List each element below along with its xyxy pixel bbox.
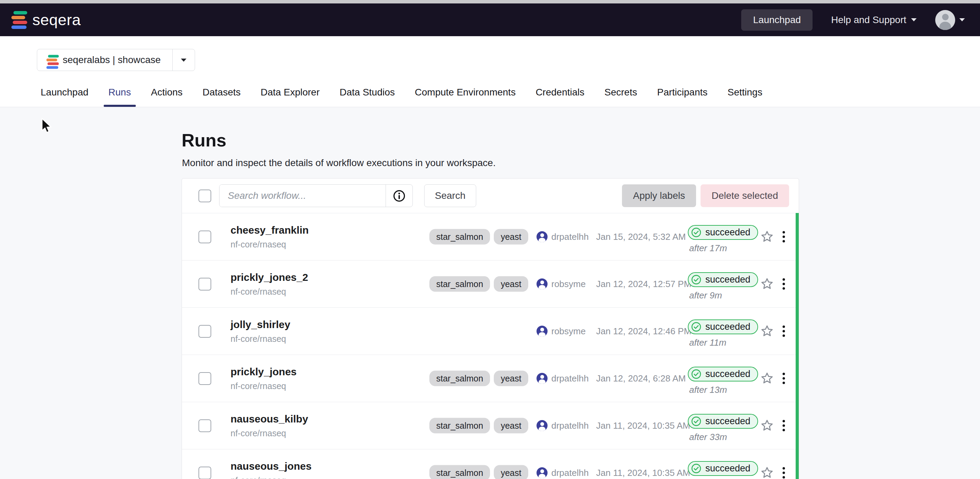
status-duration: after 17m (688, 243, 758, 254)
row-menu-button[interactable] (781, 418, 787, 433)
user-icon (536, 231, 547, 242)
row-menu-button[interactable] (781, 465, 787, 479)
main-content: Runs Monitor and inspect the details of … (0, 107, 980, 479)
delete-selected-button[interactable]: Delete selected (700, 185, 789, 207)
chevron-down-icon (959, 18, 965, 21)
user-icon (536, 420, 547, 431)
seqera-logo-icon (11, 10, 27, 30)
status-badge: succeeded (688, 225, 758, 240)
tab-datasets[interactable]: Datasets (203, 87, 241, 107)
run-date: Jan 11, 2024, 10:35 AM (596, 468, 690, 478)
status-duration: after 9m (688, 290, 758, 301)
page-subtitle: Monitor and inspect the details of workf… (182, 158, 495, 169)
check-circle-icon (691, 369, 702, 379)
tab-data-explorer[interactable]: Data Explorer (261, 87, 320, 107)
run-user: drpatelhh (536, 467, 589, 478)
row-checkbox[interactable] (199, 325, 211, 338)
tab-participants[interactable]: Participants (657, 87, 708, 107)
star-button[interactable] (760, 277, 774, 291)
label-pill: yeast (494, 465, 528, 479)
status-badge: succeeded (688, 272, 758, 287)
row-checkbox[interactable] (199, 278, 211, 291)
run-row[interactable]: cheesy_franklin nf-core/rnaseq star_salm… (182, 213, 799, 260)
run-labels: star_salmonyeast (430, 418, 528, 433)
run-name[interactable]: nauseous_jones (231, 460, 312, 472)
status-duration: after 11m (688, 337, 758, 348)
run-date: Jan 12, 2024, 12:57 PM (596, 279, 691, 290)
star-button[interactable] (760, 466, 774, 479)
run-name-block: cheesy_franklin nf-core/rnaseq (231, 224, 309, 250)
workspace-dropdown-toggle[interactable] (173, 49, 195, 71)
brand-text: seqera (32, 11, 81, 29)
select-all-checkbox[interactable] (199, 189, 211, 202)
star-button[interactable] (760, 371, 774, 385)
status-label: succeeded (705, 227, 751, 238)
search-button[interactable]: Search (424, 185, 476, 207)
row-menu-button[interactable] (781, 276, 787, 292)
run-name[interactable]: prickly_jones_2 (231, 272, 308, 283)
star-icon (760, 230, 774, 243)
run-name-block: prickly_jones_2 nf-core/rnaseq (231, 272, 308, 297)
tab-compute-environments[interactable]: Compute Environments (415, 87, 516, 107)
run-name[interactable]: jolly_shirley (231, 319, 290, 331)
row-menu-button[interactable] (781, 324, 787, 339)
apply-labels-button[interactable]: Apply labels (622, 185, 696, 207)
label-pill: yeast (494, 229, 528, 245)
tab-secrets[interactable]: Secrets (605, 87, 637, 107)
status-label: succeeded (705, 274, 751, 285)
run-user: robsyme (536, 326, 586, 337)
label-pill: star_salmon (430, 276, 490, 292)
run-user: robsyme (536, 278, 586, 290)
search-input[interactable] (220, 185, 386, 207)
run-row[interactable]: nauseous_jones nf-core/rnaseq star_salmo… (182, 449, 799, 479)
run-status-block: succeeded after 3m (688, 461, 758, 479)
launchpad-button[interactable]: Launchpad (741, 9, 813, 31)
tab-data-studios[interactable]: Data Studios (339, 87, 395, 107)
row-checkbox[interactable] (199, 466, 211, 479)
run-user: drpatelhh (536, 373, 589, 384)
row-checkbox[interactable] (199, 231, 211, 243)
label-pill: star_salmon (430, 371, 490, 386)
run-name[interactable]: prickly_jones (231, 366, 297, 378)
user-menu[interactable] (935, 10, 965, 30)
tab-launchpad[interactable]: Launchpad (41, 87, 89, 107)
run-row[interactable]: jolly_shirley nf-core/rnaseq robsyme Jan… (182, 307, 799, 355)
label-pill: star_salmon (430, 465, 490, 479)
run-row[interactable]: prickly_jones_2 nf-core/rnaseq star_salm… (182, 260, 799, 307)
run-labels: star_salmonyeast (430, 229, 528, 245)
star-icon (760, 466, 774, 479)
star-button[interactable] (760, 230, 774, 243)
help-and-support-menu[interactable]: Help and Support (831, 14, 916, 25)
row-menu-button[interactable] (781, 371, 787, 386)
row-menu-button[interactable] (781, 229, 787, 245)
top-strip (0, 0, 980, 3)
runs-list: cheesy_franklin nf-core/rnaseq star_salm… (182, 213, 799, 479)
check-circle-icon (691, 274, 702, 285)
runs-card: Search Apply labels Delete selected chee… (181, 178, 799, 479)
label-pill: yeast (494, 276, 528, 292)
tab-credentials[interactable]: Credentials (536, 87, 584, 107)
run-row[interactable]: prickly_jones nf-core/rnaseq star_salmon… (182, 355, 799, 402)
workspace-selector[interactable]: seqeralabs | showcase (37, 49, 195, 71)
star-icon (760, 277, 774, 291)
row-checkbox[interactable] (199, 372, 211, 385)
status-duration: after 33m (688, 432, 758, 442)
tab-runs[interactable]: Runs (108, 87, 131, 107)
run-status-block: succeeded after 13m (688, 367, 758, 395)
run-labels: star_salmonyeast (430, 371, 528, 386)
run-name[interactable]: nauseous_kilby (231, 413, 308, 425)
star-button[interactable] (760, 324, 774, 338)
brand[interactable]: seqera (11, 10, 81, 30)
tab-actions[interactable]: Actions (151, 87, 183, 107)
run-name[interactable]: cheesy_franklin (231, 224, 309, 236)
run-row[interactable]: nauseous_kilby nf-core/rnaseq star_salmo… (182, 402, 799, 449)
star-button[interactable] (760, 419, 774, 433)
row-checkbox[interactable] (199, 419, 211, 432)
run-date: Jan 12, 2024, 6:28 AM (596, 373, 686, 384)
status-label: succeeded (705, 463, 751, 474)
avatar[interactable] (935, 10, 955, 30)
user-icon (536, 326, 547, 337)
run-name-block: prickly_jones nf-core/rnaseq (231, 366, 297, 391)
tab-settings[interactable]: Settings (727, 87, 762, 107)
search-info-button[interactable] (386, 185, 412, 207)
